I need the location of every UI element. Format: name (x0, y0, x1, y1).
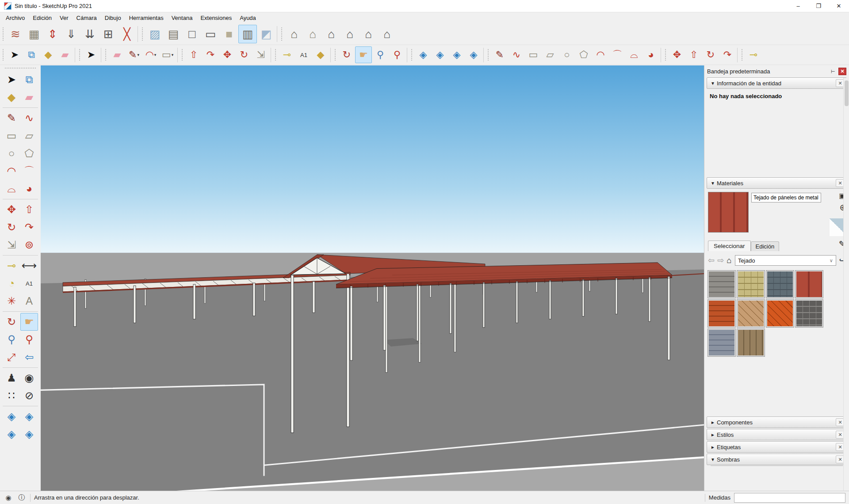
material-swatch-brown-shake-shingles[interactable] (737, 329, 765, 356)
freehand-tool-button[interactable]: ∿ (508, 46, 525, 63)
tape-measure-tool-button[interactable]: ⊸ (3, 257, 20, 275)
paint-bucket-tool-button[interactable]: ◆ (40, 46, 57, 63)
menu-extensiones[interactable]: Extensiones (196, 13, 236, 23)
eraser-tool-button[interactable]: ▰ (20, 88, 38, 106)
toolbar-grip[interactable] (2, 27, 4, 42)
follow-me-tool-button[interactable]: ↷ (20, 218, 38, 236)
pie-tool-button[interactable]: ◕ (20, 180, 38, 198)
circle-tool-button[interactable]: ○ (558, 46, 575, 63)
trimble-sync-settings-tool-button[interactable]: ◈ (20, 425, 38, 443)
toolbar-grip[interactable] (2, 48, 4, 62)
tab-seleccionar[interactable]: Seleccionar (708, 241, 751, 251)
trimble-publish-tool-button[interactable]: ◈ (448, 46, 465, 63)
close-button[interactable]: ✕ (829, 0, 849, 12)
menu-dibujo[interactable]: Dibujo (101, 13, 125, 23)
dropdown-arrow-icon[interactable]: ▾ (172, 53, 174, 57)
tray-scrollbar[interactable] (843, 78, 849, 491)
push-pull-tool-button[interactable]: ⇧ (185, 46, 202, 63)
geolocation-icon[interactable]: ◉ (4, 493, 13, 503)
toolbar-grip[interactable] (280, 27, 283, 42)
rotated-rectangle-tool-button[interactable]: ▱ (20, 127, 38, 145)
style-back-edges-tool-button[interactable]: ▤ (164, 25, 183, 43)
style-xray-tool-button[interactable]: ▨ (145, 25, 164, 43)
move-tool-button[interactable]: ✥ (219, 46, 236, 63)
view-front-tool-button[interactable]: ⌂ (322, 25, 340, 43)
line-tool-button[interactable]: ✎▾ (126, 46, 142, 63)
zoom-window-tool-button[interactable]: ⚲ (20, 331, 38, 348)
back-icon[interactable]: ⇦ (708, 256, 715, 265)
tray-scroll-thumb[interactable] (845, 80, 849, 106)
pan-tool-button[interactable]: ☛ (355, 46, 372, 63)
view-right-tool-button[interactable]: ⌂ (340, 25, 359, 43)
polygon-tool-button[interactable]: ⬠ (575, 46, 592, 63)
follow-me-tool-button[interactable]: ↷ (202, 46, 219, 63)
view-top-tool-button[interactable]: ⌂ (303, 25, 322, 43)
toolbar-grip[interactable] (334, 48, 337, 62)
trimble-scan-essentials-tool-button[interactable]: ◈ (3, 408, 20, 425)
line-tool-button[interactable]: ✎ (3, 109, 20, 127)
view-back-tool-button[interactable]: ⌂ (359, 25, 378, 43)
tab-edicion[interactable]: Edición (751, 241, 780, 251)
menu-edicion[interactable]: Edición (29, 13, 56, 23)
push-pull-tool-button[interactable]: ⇧ (685, 46, 702, 63)
sandbox-from-contours-tool-button[interactable]: ≋ (6, 25, 25, 43)
axes-tool-button[interactable]: ✳ (3, 292, 20, 310)
zoom-tool-button[interactable]: ⚲ (372, 46, 389, 63)
offset-tool-button[interactable]: ⊚ (20, 236, 38, 254)
dimension-tool-button[interactable]: ⟷ (20, 257, 38, 275)
section-header-materials[interactable]: ▼ Materiales ✕ (707, 177, 847, 189)
sandbox-smoove-tool-button[interactable]: ⇕ (43, 25, 62, 43)
material-swatch-gray-asphalt-shingles[interactable] (708, 271, 735, 298)
push-pull-tool-button[interactable]: ⇧ (20, 201, 38, 218)
section-header-styles[interactable]: ►Estilos✕ (707, 429, 847, 440)
tray-close-button[interactable]: ✕ (838, 68, 846, 75)
toolbar-grip[interactable] (104, 48, 107, 62)
trimble-scan-essentials-tool-button[interactable]: ◈ (415, 46, 432, 63)
two-point-arc-tool-button[interactable]: ⌒ (609, 46, 626, 63)
section-plane-tool-button[interactable]: ⊘ (20, 387, 38, 405)
three-point-arc-tool-button[interactable]: ⌓ (626, 46, 642, 63)
dropdown-arrow-icon[interactable]: ▾ (137, 53, 139, 57)
minimize-button[interactable]: – (788, 0, 808, 12)
pin-icon[interactable]: ⊥ (829, 68, 837, 75)
dropdown-arrow-icon[interactable]: ▾ (154, 53, 157, 57)
material-swatch-dark-gray-shingles[interactable] (795, 300, 823, 327)
move-tool-button[interactable]: ✥ (669, 46, 685, 63)
move-tool-button[interactable]: ✥ (3, 201, 20, 218)
circle-tool-button[interactable]: ○ (3, 145, 20, 162)
menu-herramientas[interactable]: Herramientas (125, 13, 168, 23)
three-d-text-tool-button[interactable]: A (20, 292, 38, 310)
previous-tool-button[interactable]: ⇦ (20, 348, 38, 366)
tape-measure-tool-button[interactable]: ⊸ (745, 46, 762, 63)
toolbar-grip[interactable] (487, 48, 490, 62)
sandbox-drape-tool-button[interactable]: ⇊ (80, 25, 99, 43)
forward-icon[interactable]: ⇨ (717, 256, 724, 265)
trimble-sync-tool-button[interactable]: ◈ (20, 408, 38, 425)
eraser-tool-button[interactable]: ▰ (109, 46, 126, 63)
rotated-rectangle-tool-button[interactable]: ▱ (542, 46, 558, 63)
section-header-tags[interactable]: ►Etiquetas✕ (707, 441, 847, 453)
scale-tool-button[interactable]: ⇲ (252, 46, 269, 63)
zoom-extents-tool-button[interactable]: ⚲ (389, 46, 405, 63)
view-left-tool-button[interactable]: ⌂ (378, 25, 396, 43)
rectangle-tool-button[interactable]: ▭ (3, 127, 20, 145)
style-monochrome-tool-button[interactable]: ◩ (257, 25, 275, 43)
sandbox-stamp-tool-button[interactable]: ⇓ (62, 25, 80, 43)
arc-tool-button[interactable]: ◠ (592, 46, 609, 63)
material-swatch-orange-scallop-tile[interactable] (766, 300, 794, 327)
text-tool-button[interactable]: A1 (20, 275, 38, 292)
toolbar-grip[interactable] (4, 67, 36, 69)
trimble-sync-settings-tool-button[interactable]: ◈ (465, 46, 482, 63)
toolbar-grip[interactable] (410, 48, 413, 62)
measurements-input[interactable] (734, 493, 845, 503)
zoom-tool-button[interactable]: ⚲ (3, 331, 20, 348)
tape-measure-tool-button[interactable]: ⊸ (279, 46, 295, 63)
walk-tool-button[interactable]: ∷ (3, 387, 20, 405)
toolbar-grip[interactable] (78, 48, 81, 62)
section-header-entity-info[interactable]: ▼ Información de la entidad ✕ (707, 77, 847, 89)
view-iso-tool-button[interactable]: ⌂ (285, 25, 303, 43)
two-point-arc-tool-button[interactable]: ⌒ (20, 162, 38, 180)
line-tool-button[interactable]: ✎ (491, 46, 508, 63)
material-swatch-round-shingles[interactable] (737, 300, 765, 327)
paint-bucket-tool-button[interactable]: ◆ (312, 46, 329, 63)
